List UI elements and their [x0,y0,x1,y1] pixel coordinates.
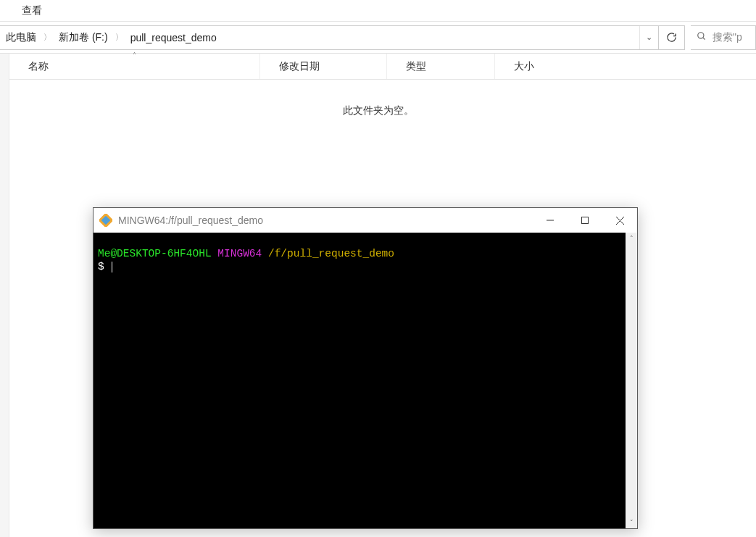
column-type-label: 类型 [406,60,426,73]
minimize-button[interactable] [533,208,568,233]
column-name[interactable]: ˄ 名称 [9,54,260,79]
column-modified-label: 修改日期 [279,60,320,73]
minimize-icon [547,217,554,224]
view-menu[interactable]: 查看 [22,4,42,17]
scrollbar-track[interactable] [626,244,637,517]
address-bar-row: 此电脑 〉 新加卷 (F:) 〉 pull_request_demo ⌄ 搜索"… [0,22,756,54]
breadcrumb[interactable]: 此电脑 〉 新加卷 (F:) 〉 pull_request_demo ⌄ [0,25,659,50]
search-placeholder: 搜索"p [713,31,742,44]
window-controls [533,208,637,233]
prompt-path: /f/pull_request_demo [268,248,394,259]
chevron-right-icon: 〉 [112,32,126,43]
search-input[interactable]: 搜索"p [691,25,756,50]
svg-rect-3 [582,217,589,224]
git-bash-icon [99,214,112,227]
sort-ascending-icon: ˄ [133,51,136,59]
column-size-label: 大小 [514,60,534,73]
maximize-icon [581,217,589,224]
refresh-icon [666,32,677,43]
column-modified[interactable]: 修改日期 [260,54,387,79]
breadcrumb-item-this-pc[interactable]: 此电脑 [1,26,41,49]
column-type[interactable]: 类型 [387,54,495,79]
column-size[interactable]: 大小 [495,54,564,79]
column-name-label: 名称 [28,60,49,73]
prompt-user: Me@DESKTOP-6HF4OHL [98,248,212,259]
svg-point-0 [698,33,704,38]
column-headers: ˄ 名称 修改日期 类型 大小 [0,54,756,80]
terminal-content[interactable]: Me@DESKTOP-6HF4OHL MINGW64 /f/pull_reque… [94,233,626,528]
terminal-body[interactable]: Me@DESKTOP-6HF4OHL MINGW64 /f/pull_reque… [94,233,637,528]
prompt-host: MINGW64 [217,248,262,259]
close-icon [616,217,624,225]
prompt-symbol: $ [98,261,104,272]
explorer-toolbar: 查看 [0,0,756,22]
git-bash-window[interactable]: MINGW64:/f/pull_request_demo Me@DESKTOP-… [93,207,638,529]
scroll-down-icon[interactable]: ˅ [626,517,637,528]
nav-pane-edge[interactable] [0,54,9,537]
chevron-right-icon: 〉 [41,32,54,43]
breadcrumb-item-folder[interactable]: pull_request_demo [126,26,221,49]
terminal-titlebar[interactable]: MINGW64:/f/pull_request_demo [94,208,637,233]
terminal-title: MINGW64:/f/pull_request_demo [118,215,533,226]
terminal-cursor [112,262,112,272]
breadcrumb-item-drive[interactable]: 新加卷 (F:) [54,26,112,49]
empty-folder-message: 此文件夹为空。 [0,104,756,117]
scroll-up-icon[interactable]: ˄ [626,233,637,244]
search-icon [697,31,707,43]
refresh-button[interactable] [659,25,685,50]
close-button[interactable] [602,208,637,233]
address-dropdown-icon[interactable]: ⌄ [639,26,658,49]
maximize-button[interactable] [568,208,602,233]
terminal-scrollbar[interactable]: ˄ ˅ [626,233,637,528]
